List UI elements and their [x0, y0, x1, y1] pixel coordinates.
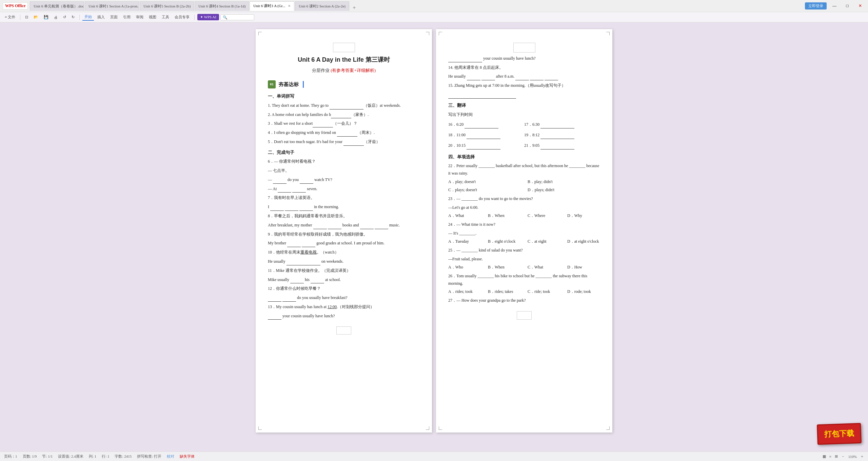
q26: 26．Tom usually ________ his bike to scho…: [448, 273, 600, 287]
blank-q14a: [467, 76, 480, 80]
save-btn[interactable]: 💾: [42, 14, 51, 20]
view-icon-1[interactable]: ▦: [823, 454, 826, 459]
q23-a: A．What: [448, 212, 481, 220]
page-footer-line: [336, 326, 352, 335]
wps-ai-button[interactable]: ✦ WPS AI: [197, 14, 219, 20]
q6-zh1: 6．— 你通常何时看电视？: [268, 158, 420, 165]
q23: 23．— ________ do you want to go to the m…: [448, 195, 600, 203]
q14-zh: 14. 他周末通常在 8 点后起床。: [448, 64, 600, 72]
q10-underline: 重看电视: [300, 250, 317, 255]
minimize-button[interactable]: —: [829, 3, 840, 9]
blank-q1: [330, 105, 363, 109]
trans-16: 16．6:20: [448, 121, 524, 128]
tab-5[interactable]: Unit 6 课时2 Section A (2a-2e) ✕: [295, 1, 349, 11]
status-missing[interactable]: 缺失字体: [180, 454, 195, 459]
tabs-area: Unit 6 单元检测（卷卷版）.doc ✕ Unit 6 课时1 Sectio…: [30, 1, 805, 11]
q22-d: D．plays; didn't: [528, 186, 600, 194]
print-btn[interactable]: 🖨: [52, 15, 60, 20]
tab-yemian[interactable]: 页面: [108, 14, 120, 20]
q25-d: D．How: [567, 263, 600, 271]
tab-2[interactable]: Unit 6 课时5 Section B (2a-2b) ✕: [140, 1, 194, 11]
blank-q12b: [282, 297, 296, 302]
q5: 5．Don't eat too much sugar. It's bad for…: [268, 138, 420, 146]
view-icon-3[interactable]: ⊞: [835, 454, 838, 459]
q1: 1. They don't eat at home. They go to （饭…: [268, 102, 420, 109]
status-words: 字数: 2415: [115, 454, 132, 459]
q22-c: C．plays; doesn't: [448, 186, 521, 194]
redo-btn[interactable]: ↻: [70, 14, 77, 20]
tab-3-close[interactable]: ✕: [248, 4, 249, 8]
open-btn[interactable]: 📂: [32, 14, 40, 20]
file-menu[interactable]: ≡ 文件: [3, 14, 17, 20]
maximize-button[interactable]: □: [842, 3, 852, 9]
tab-5-label: Unit 6 课时2 Section A (2a-2e): [299, 4, 346, 9]
tab-gongju[interactable]: 工具: [160, 14, 171, 20]
tab-3[interactable]: Unit 6 课时4 Section B (1a-1d) ✕: [195, 1, 249, 11]
q24: 24．— What time is it now?: [448, 221, 600, 228]
q23-choices: A．What B．When C．Where D．Why: [448, 212, 600, 220]
separator-2: [79, 15, 80, 20]
q25: 25．— ________ kind of salad do you want?: [448, 247, 600, 254]
q12-zh: 12．你通常什么时候吃早餐？: [268, 285, 420, 293]
new-btn[interactable]: ⊡: [23, 14, 30, 20]
part3-title: 三、翻译: [448, 101, 600, 110]
blank-t19: [540, 134, 574, 139]
q15-en: [448, 91, 600, 99]
document-page-1: Unit 6 A Day in the Life 第三课时 分层作业 (有参考答…: [256, 29, 432, 433]
q24-a: A．Tuesday: [448, 238, 481, 245]
tab-shitu[interactable]: 视图: [147, 14, 158, 20]
blank-q9b: [302, 242, 315, 247]
q27: 27．— How does your grandpa go to the par…: [448, 297, 600, 304]
q25-b: B．When: [488, 263, 521, 271]
undo-btn[interactable]: ↺: [61, 14, 68, 20]
tab-1[interactable]: Unit 6 课时1 Section A (1a-pron...) ✕: [85, 1, 139, 11]
zoom-out-btn[interactable]: －: [841, 454, 845, 459]
q24-choices: A．Tuesday B．eight o'clock C．at eight D．a…: [448, 238, 600, 245]
status-page: 页码：1: [4, 454, 17, 459]
corner-tl: [258, 32, 262, 35]
zoom-in-btn[interactable]: ＋: [860, 454, 864, 459]
search-input[interactable]: [220, 14, 254, 20]
status-correction[interactable]: 校对: [167, 454, 174, 459]
q23-2: —Let's go at 6:00.: [448, 204, 600, 212]
q6-zh2: — 七点半。: [268, 167, 420, 175]
q26-c: C．ride; took: [528, 288, 560, 296]
tab-charu[interactable]: 插入: [95, 14, 107, 20]
status-section: 节: 1/1: [42, 454, 53, 459]
blank-q10: [287, 261, 320, 265]
q9-en: My brother good grades at school. I am p…: [268, 239, 420, 247]
close-button[interactable]: ✕: [855, 3, 865, 9]
status-col: 列: 1: [89, 454, 96, 459]
login-button[interactable]: 立即登录: [805, 2, 827, 9]
q3: 3．Shall we rest for a short（一会儿）？: [268, 120, 420, 127]
q15-zh: 15. Zhang Ming gets up at 7:00 in the mo…: [448, 82, 600, 89]
blank-q8a: [313, 224, 327, 229]
q10-en: He usually on weekends.: [268, 258, 420, 265]
blank-q13-cont: [448, 58, 482, 62]
q11-zh: 11．Mike 通常在学校做作业。（完成汉译英）: [268, 267, 420, 275]
tab-4-close[interactable]: ✕: [288, 4, 291, 8]
blank-t16: [465, 124, 498, 128]
download-badge[interactable]: 打包下载: [817, 423, 862, 445]
tab-0[interactable]: Unit 6 单元检测（卷卷版）.doc ✕: [30, 1, 84, 11]
q8-zh: 8．早餐之后，我妈妈通常看书并且听音乐。: [268, 212, 420, 220]
tab-4[interactable]: Unit 6 课时3 A (Gr... ✕: [250, 1, 294, 11]
q24-d: D．at eight o'clock: [567, 238, 600, 245]
tab-yinyong[interactable]: 引用: [121, 14, 133, 20]
tab-shenyue[interactable]: 审阅: [134, 14, 145, 20]
status-settings: 设置值: 2.4厘米: [58, 454, 83, 459]
blank-q7b: [285, 206, 298, 211]
section-title: 夯基达标: [278, 80, 299, 89]
tab-2-close[interactable]: ✕: [193, 4, 194, 8]
q6-en1: — do you watch TV?: [268, 176, 420, 184]
tab-kaishi[interactable]: 开始: [82, 14, 94, 21]
blank-q14d: [530, 76, 544, 80]
section-badge: 01: [268, 80, 276, 88]
tab-5-close[interactable]: ✕: [348, 4, 349, 8]
part3-desc: 写出下列时间: [448, 111, 600, 119]
tab-4-label: Unit 6 课时3 A (Gr...: [253, 3, 285, 8]
blank-q5: [343, 141, 364, 146]
tab-huiyuan[interactable]: 会员专享: [173, 14, 192, 20]
tab-add-button[interactable]: +: [350, 5, 358, 11]
view-icon-2[interactable]: ≡: [829, 455, 831, 459]
